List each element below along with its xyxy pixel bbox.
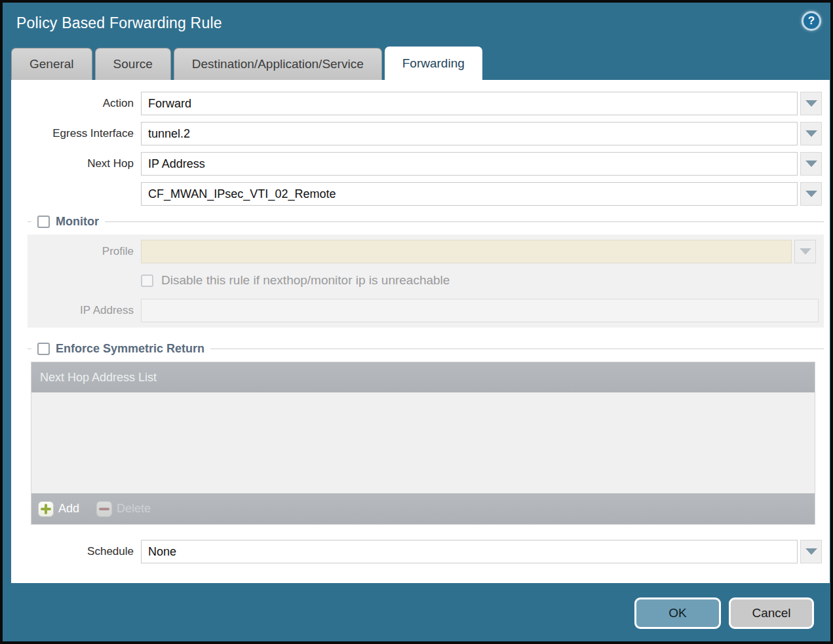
next-hop-address-list-table: Next Hop Address List Add Delete xyxy=(31,362,815,525)
profile-dropdown-button xyxy=(794,240,816,263)
minus-icon xyxy=(96,501,112,517)
tab-general[interactable]: General xyxy=(11,48,92,80)
chevron-down-icon xyxy=(805,191,817,197)
schedule-row: Schedule None xyxy=(11,540,822,563)
next-hop-address-select[interactable]: CF_MWAN_IPsec_VTI_02_Remote xyxy=(141,182,798,206)
dialog-title: Policy Based Forwarding Rule xyxy=(16,14,222,32)
enforce-symmetric-return-checkbox[interactable] xyxy=(37,343,50,355)
cancel-button[interactable]: Cancel xyxy=(729,597,814,629)
next-hop-address-list-toolbar: Add Delete xyxy=(31,493,815,524)
disable-rule-row: Disable this rule if nexthop/monitor ip … xyxy=(28,271,816,290)
tab-source[interactable]: Source xyxy=(95,48,171,80)
chevron-down-icon xyxy=(805,548,817,555)
next-hop-label: Next Hop xyxy=(11,157,141,170)
next-hop-address-row: CF_MWAN_IPsec_VTI_02_Remote xyxy=(11,182,822,206)
egress-interface-row: Egress Interface tunnel.2 xyxy=(11,122,822,145)
chevron-down-icon xyxy=(800,248,811,255)
schedule-select[interactable]: None xyxy=(141,540,798,563)
enforce-symmetric-return-fieldset: Enforce Symmetric Return Next Hop Addres… xyxy=(28,342,824,525)
add-button[interactable]: Add xyxy=(38,501,79,517)
next-hop-row: Next Hop IP Address xyxy=(11,152,822,176)
schedule-dropdown-button[interactable] xyxy=(800,540,822,563)
help-icon[interactable]: ? xyxy=(802,11,821,31)
chevron-down-icon xyxy=(805,130,817,137)
monitor-ip-input xyxy=(141,299,819,322)
action-row: Action Forward xyxy=(11,92,822,115)
disable-rule-label: Disable this rule if nexthop/monitor ip … xyxy=(161,273,450,288)
egress-interface-select[interactable]: tunnel.2 xyxy=(141,122,798,145)
schedule-label: Schedule xyxy=(11,545,141,558)
next-hop-address-dropdown-button[interactable] xyxy=(800,182,822,206)
delete-button: Delete xyxy=(96,501,151,517)
monitor-fieldset: Monitor Profile Disable this rule if nex… xyxy=(28,215,824,328)
enforce-symmetric-return-legend: Enforce Symmetric Return xyxy=(56,342,204,356)
egress-interface-label: Egress Interface xyxy=(11,127,141,140)
forwarding-tab-panel: Action Forward Egress Interface tunnel.2… xyxy=(11,80,830,583)
monitor-body: Profile Disable this rule if nexthop/mon… xyxy=(28,235,824,328)
pbf-rule-dialog: Policy Based Forwarding Rule ? General S… xyxy=(0,0,833,644)
next-hop-type-select[interactable]: IP Address xyxy=(141,152,798,176)
add-button-label: Add xyxy=(58,502,79,516)
dialog-titlebar: Policy Based Forwarding Rule ? xyxy=(3,3,830,45)
monitor-ip-row: IP Address xyxy=(28,299,816,322)
monitor-ip-label: IP Address xyxy=(28,304,141,317)
chevron-down-icon xyxy=(805,100,817,107)
delete-button-label: Delete xyxy=(117,502,151,516)
next-hop-address-list-body[interactable] xyxy=(31,392,815,493)
action-select[interactable]: Forward xyxy=(141,92,798,115)
ok-button[interactable]: OK xyxy=(634,597,721,629)
tab-forwarding[interactable]: Forwarding xyxy=(385,47,482,80)
tab-destination-application-service[interactable]: Destination/Application/Service xyxy=(174,48,382,80)
plus-icon xyxy=(38,501,54,517)
profile-row: Profile xyxy=(28,240,816,263)
egress-interface-dropdown-button[interactable] xyxy=(800,122,822,145)
monitor-legend: Monitor xyxy=(56,215,99,229)
action-label: Action xyxy=(11,97,141,110)
next-hop-type-dropdown-button[interactable] xyxy=(800,152,822,176)
monitor-profile-select xyxy=(141,240,792,263)
chevron-down-icon xyxy=(805,161,817,167)
disable-rule-checkbox xyxy=(141,275,153,287)
monitor-checkbox[interactable] xyxy=(37,216,50,228)
profile-label: Profile xyxy=(28,245,141,258)
action-dropdown-button[interactable] xyxy=(800,92,822,115)
next-hop-address-list-header: Next Hop Address List xyxy=(31,362,815,392)
tab-bar: General Source Destination/Application/S… xyxy=(11,47,482,80)
